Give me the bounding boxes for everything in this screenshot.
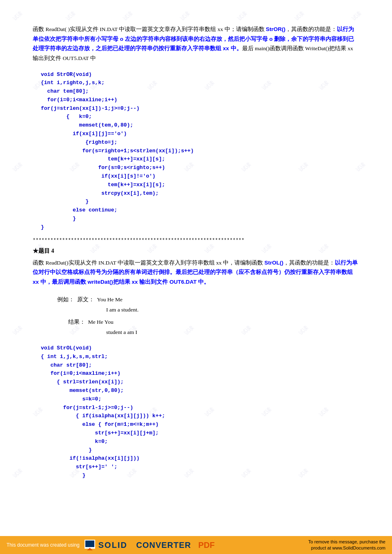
divider-line: ****************************************…	[33, 238, 359, 243]
example-yuanwen-line2-row: I am a student.	[106, 305, 359, 315]
example-yuanwen-label: 例如： 原文： You He Me	[57, 294, 359, 305]
solid-converter-icon	[84, 539, 96, 551]
footer-left-text: This document was created using	[7, 542, 80, 548]
footer-solid-label: SOLID	[98, 541, 127, 550]
footer-converter-label: CONVERTER	[136, 541, 191, 550]
strol-description: 以行为单位对行中以空格或标点符号为分隔的所有单词进行倒排。最后把已处理的字符串（…	[33, 260, 358, 285]
example-jieguo-line2-row: student a am I	[106, 327, 359, 338]
stror-function-name: StrOR()	[266, 26, 285, 32]
example-jieguo-label-text: 结果：	[57, 319, 88, 325]
section4-title: ★题目 4	[33, 247, 359, 255]
strol-function-name: StrOL()	[265, 260, 284, 266]
section3-intro: 函数 ReadDat( )实现从文件 IN.DAT 中读取一篇英文文章存入到字符…	[33, 24, 359, 63]
example-yuanwen-line1: You He Me	[97, 296, 122, 303]
footer-separator	[131, 541, 134, 550]
example-jieguo-label-row: 结果： Me He You	[57, 317, 359, 327]
code-block-1: void StrOR(void) {int i,righto,j,s,k; ch…	[41, 71, 359, 232]
svg-rect-2	[85, 541, 94, 547]
footer-right-text: To remove this message, purchase theprod…	[308, 539, 385, 552]
example-jieguo-line1: Me He You	[88, 319, 114, 325]
footer-converter-separator	[194, 541, 197, 550]
example-block: 例如： 原文： You He Me I am a student. 结果： Me…	[57, 294, 359, 338]
example-yuanwen-line2: I am a student.	[106, 307, 138, 313]
footer-bar: This document was created using SOLID CO…	[0, 536, 392, 554]
section4-intro: 函数 ReadDat()实现从文件 IN.DAT 中读取一篇英文文章存入到字符串…	[33, 258, 359, 287]
main-content: 函数 ReadDat( )实现从文件 IN.DAT 中读取一篇英文文章存入到字符…	[0, 0, 392, 535]
footer-pdf-label: PDF	[198, 541, 215, 550]
code-block-2: void StrOL(void) { int i,j,k,s,m,strl; c…	[41, 344, 359, 480]
stror-description: 以行为单位依次把字符串中所有小写字母 o 左边的字符串内容移到该串的右边存放，然…	[33, 26, 354, 51]
example-label-text: 例如： 原文：	[57, 296, 97, 303]
footer-logo: SOLID CONVERTER PDF	[84, 539, 215, 551]
example-jieguo-line2: student a am I	[106, 329, 137, 335]
